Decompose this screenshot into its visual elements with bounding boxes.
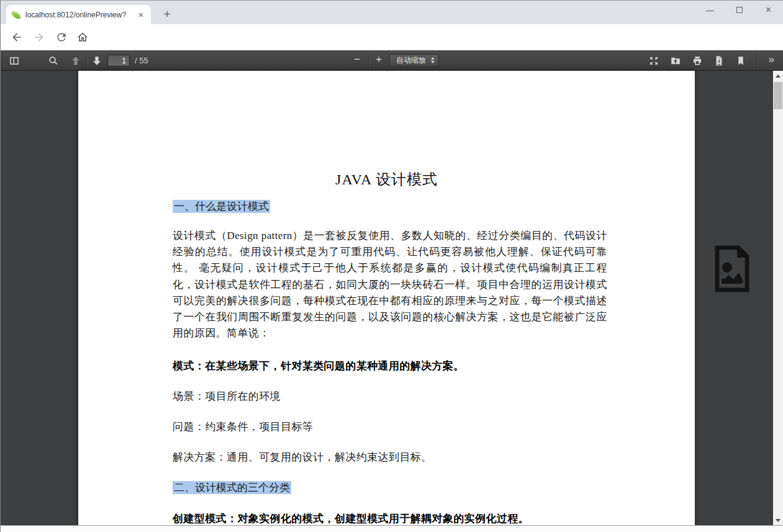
reload-button[interactable] xyxy=(53,29,70,46)
presentation-mode-button[interactable] xyxy=(646,53,662,68)
image-placeholder-icon xyxy=(708,244,754,294)
scroll-up-button[interactable] xyxy=(773,71,783,81)
creational-line: 创建型模式：对象实例化的模式，创建型模式用于解耦对象的实例化过程。 xyxy=(173,512,529,526)
close-window-button[interactable]: × xyxy=(754,1,783,19)
minimize-button[interactable]: — xyxy=(695,1,725,19)
section-heading-1: 一、什么是设计模式 xyxy=(173,199,270,214)
arrow-up-icon xyxy=(70,55,81,66)
browser-toolbar: localhost:8012/onlinePreview?url=http://… xyxy=(1,24,783,50)
zoom-mode-select[interactable]: 自动缩放 xyxy=(389,54,439,67)
scroll-down-button[interactable] xyxy=(773,515,783,526)
pdf-toolbar: / 55 − + 自动缩放 » xyxy=(1,50,783,71)
page-number-input[interactable] xyxy=(107,55,130,66)
spring-leaf-favicon-icon xyxy=(11,10,21,20)
document-title: JAVA 设计模式 xyxy=(78,169,695,189)
home-icon xyxy=(76,31,89,43)
tab-close-icon[interactable]: × xyxy=(137,10,145,20)
next-page-button[interactable] xyxy=(89,53,105,68)
print-button[interactable] xyxy=(689,53,705,68)
scrollbar-thumb[interactable] xyxy=(774,82,782,109)
zoom-out-button[interactable]: − xyxy=(350,53,364,66)
page-count-label: / 55 xyxy=(135,56,148,65)
home-button[interactable] xyxy=(74,29,91,46)
document-page: JAVA 设计模式 一、什么是设计模式 设计模式（Design pattern）… xyxy=(78,71,695,526)
solution-line: 解决方案：通用、可复用的设计，解决约束达到目标。 xyxy=(173,450,432,464)
sidebar-icon xyxy=(9,55,20,66)
window-controls: — × xyxy=(695,1,783,24)
forward-button[interactable] xyxy=(30,29,48,46)
download-icon xyxy=(713,55,725,66)
open-file-button[interactable] xyxy=(668,53,684,68)
search-icon xyxy=(48,55,59,66)
download-button[interactable] xyxy=(711,53,727,68)
more-tools-button[interactable]: » xyxy=(765,52,778,67)
new-tab-button[interactable]: + xyxy=(158,6,176,24)
scroll-up-icon xyxy=(776,74,781,78)
bookmark-icon xyxy=(735,55,746,66)
scroll-down-icon xyxy=(776,519,781,522)
section-heading-2: 二、设计模式的三个分类 xyxy=(173,480,291,495)
back-button[interactable] xyxy=(8,29,25,46)
problem-line: 问题：约束条件，项目目标等 xyxy=(173,420,313,434)
zoom-in-button[interactable]: + xyxy=(372,53,386,66)
paragraph: 设计模式（Design pattern）是一套被反复使用、多数人知晓的、经过分类… xyxy=(173,228,607,341)
window-bottom-edge xyxy=(1,525,783,532)
pattern-definition-line: 模式：在某些场景下，针对某类问题的某种通用的解决方案。 xyxy=(173,359,464,373)
select-arrows-icon xyxy=(431,57,435,63)
browser-tab[interactable]: localhost:8012/onlinePreview? × xyxy=(6,5,151,24)
maximize-icon xyxy=(736,7,743,13)
bookmark-button[interactable] xyxy=(733,53,749,68)
fullscreen-icon xyxy=(648,55,659,66)
vertical-scrollbar[interactable] xyxy=(773,71,783,526)
forward-icon xyxy=(33,31,45,43)
reload-icon xyxy=(55,31,68,43)
printer-icon xyxy=(692,55,703,66)
tab-strip: localhost:8012/onlinePreview? × + — × xyxy=(1,1,783,24)
back-icon xyxy=(11,31,23,43)
previous-page-button[interactable] xyxy=(68,53,84,68)
scene-line: 场景：项目所在的环境 xyxy=(173,389,281,404)
pdf-viewer[interactable]: JAVA 设计模式 一、什么是设计模式 设计模式（Design pattern）… xyxy=(1,71,783,526)
arrow-down-icon xyxy=(91,55,102,66)
sidebar-toggle-button[interactable] xyxy=(6,53,22,68)
browser-window: localhost:8012/onlinePreview? × + — × lo… xyxy=(0,0,783,532)
zoom-mode-value: 自动缩放 xyxy=(396,56,426,65)
tab-title: localhost:8012/onlinePreview? xyxy=(25,11,132,19)
maximize-button[interactable] xyxy=(725,1,754,19)
open-folder-icon xyxy=(670,55,681,66)
find-button[interactable] xyxy=(45,53,61,68)
